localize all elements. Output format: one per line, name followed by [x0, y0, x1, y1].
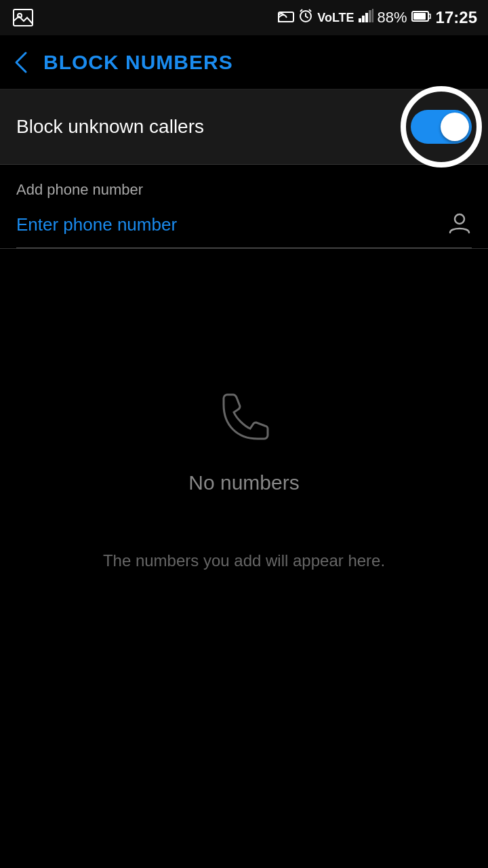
phone-number-input[interactable]: [16, 214, 436, 235]
battery-icon: [411, 9, 432, 26]
svg-rect-11: [413, 13, 426, 20]
cast-icon: [278, 9, 294, 26]
empty-phone-icon: [210, 384, 278, 455]
no-numbers-text: No numbers: [188, 471, 299, 494]
page-title: BLOCK NUMBERS: [43, 51, 233, 74]
add-phone-label: Add phone number: [16, 181, 472, 199]
empty-state: No numbers The numbers you add will appe…: [0, 249, 488, 570]
alarm-icon: [298, 8, 313, 27]
back-button[interactable]: [14, 50, 30, 75]
signal-icon: [359, 9, 373, 26]
svg-point-12: [455, 214, 464, 224]
status-bar: VoLTE 88% 17:25: [0, 0, 488, 35]
svg-point-3: [278, 20, 280, 22]
contact-icon[interactable]: [447, 210, 472, 239]
gallery-icon: [11, 5, 35, 30]
volte-icon: VoLTE: [317, 11, 354, 25]
svg-rect-6: [362, 16, 365, 22]
phone-input-row: [16, 210, 472, 248]
status-bar-left: [11, 5, 35, 30]
battery-percent: 88%: [378, 9, 407, 26]
top-nav: BLOCK NUMBERS: [0, 35, 488, 90]
block-unknown-label: Block unknown callers: [16, 116, 204, 138]
svg-rect-5: [359, 18, 361, 22]
add-phone-section: Add phone number: [0, 165, 488, 248]
block-unknown-toggle[interactable]: [411, 110, 472, 144]
toggle-wrapper[interactable]: [411, 110, 472, 144]
block-unknown-callers-row: Block unknown callers: [0, 90, 488, 164]
svg-rect-7: [365, 13, 368, 22]
toggle-knob: [441, 113, 469, 141]
svg-rect-8: [369, 10, 371, 22]
status-time: 17:25: [436, 8, 477, 27]
empty-description: The numbers you add will appear here.: [62, 551, 426, 570]
svg-rect-9: [372, 9, 373, 22]
status-bar-right: VoLTE 88% 17:25: [278, 8, 477, 27]
